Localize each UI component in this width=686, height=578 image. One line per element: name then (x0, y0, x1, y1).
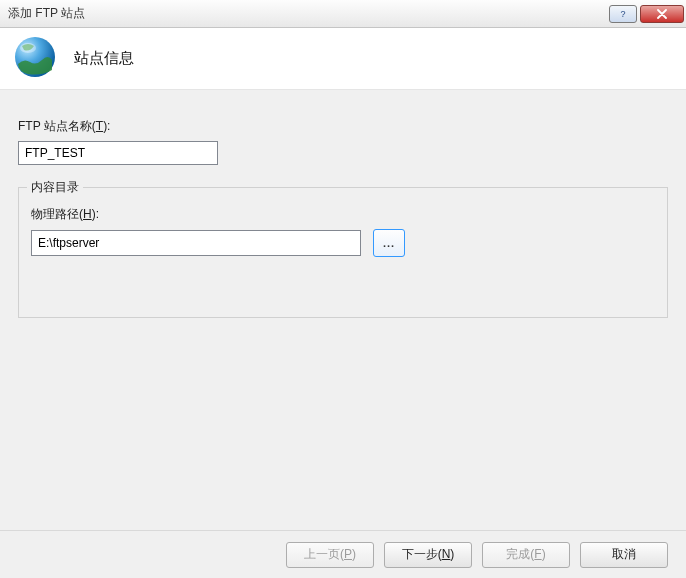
ellipsis-icon: ... (383, 237, 395, 249)
physical-path-label: 物理路径(H): (31, 206, 655, 223)
window-title: 添加 FTP 站点 (8, 5, 85, 22)
wizard-header: 站点信息 (0, 28, 686, 90)
close-button[interactable] (640, 5, 684, 23)
svg-text:?: ? (620, 9, 625, 19)
wizard-body: FTP 站点名称(T): 内容目录 物理路径(H): ... (0, 90, 686, 530)
physical-path-row: ... (31, 229, 655, 257)
site-name-label: FTP 站点名称(T): (18, 118, 668, 135)
title-bar: 添加 FTP 站点 ? (0, 0, 686, 28)
browse-button[interactable]: ... (373, 229, 405, 257)
previous-button: 上一页(P) (286, 542, 374, 568)
question-icon: ? (618, 9, 628, 19)
finish-button: 完成(F) (482, 542, 570, 568)
physical-path-input[interactable] (31, 230, 361, 256)
site-name-input[interactable] (18, 141, 218, 165)
cancel-button[interactable]: 取消 (580, 542, 668, 568)
next-button[interactable]: 下一步(N) (384, 542, 472, 568)
wizard-footer: 上一页(P) 下一步(N) 完成(F) 取消 (0, 530, 686, 578)
close-icon (656, 9, 668, 19)
content-directory-fieldset: 内容目录 物理路径(H): ... (18, 187, 668, 318)
fieldset-legend: 内容目录 (27, 179, 83, 196)
globe-icon (12, 34, 58, 84)
svg-point-2 (20, 43, 36, 53)
help-button[interactable]: ? (609, 5, 637, 23)
page-title: 站点信息 (74, 49, 134, 68)
